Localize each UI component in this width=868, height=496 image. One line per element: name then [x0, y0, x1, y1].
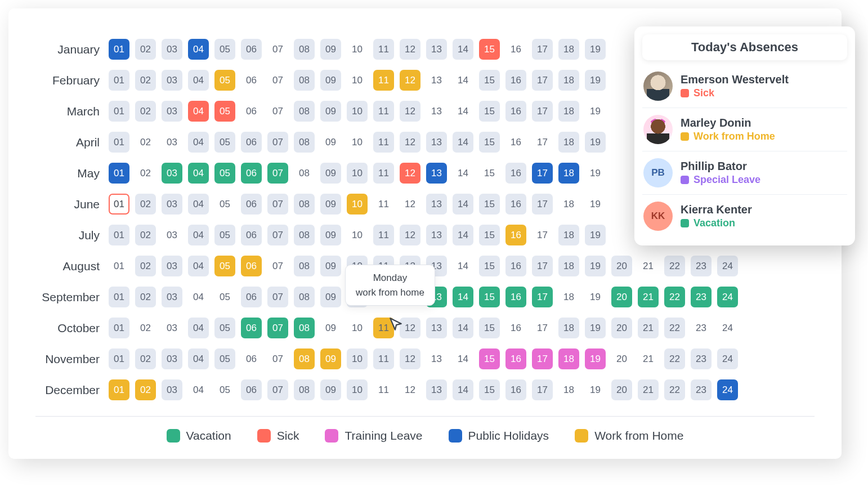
day-cell[interactable]: 18 — [558, 39, 579, 60]
day-cell[interactable]: 14 — [453, 318, 473, 338]
day-cell[interactable]: 03 — [162, 163, 182, 184]
day-cell[interactable]: 08 — [294, 318, 315, 338]
day-cell[interactable]: 08 — [294, 39, 315, 60]
day-cell[interactable]: 17 — [532, 70, 553, 91]
day-cell[interactable]: 04 — [188, 287, 209, 307]
day-cell[interactable]: 12 — [400, 379, 420, 400]
day-cell[interactable]: 09 — [320, 194, 341, 215]
absence-item[interactable]: Emerson WesterveltSick — [642, 65, 847, 108]
day-cell[interactable]: 01 — [109, 348, 129, 369]
day-cell[interactable]: 23 — [691, 287, 712, 307]
day-cell[interactable]: 05 — [214, 163, 235, 184]
day-cell[interactable]: 21 — [638, 379, 659, 400]
day-cell[interactable]: 06 — [241, 101, 262, 122]
day-cell[interactable]: 16 — [505, 101, 526, 122]
day-cell[interactable]: 03 — [162, 39, 182, 60]
day-cell[interactable]: 22 — [664, 348, 685, 369]
day-cell[interactable]: 21 — [638, 318, 659, 338]
day-cell[interactable]: 18 — [558, 348, 579, 369]
day-cell[interactable]: 07 — [267, 287, 288, 307]
day-cell[interactable]: 10 — [347, 256, 368, 276]
day-cell[interactable]: 14 — [453, 194, 473, 215]
day-cell[interactable]: 23 — [691, 256, 712, 276]
day-cell[interactable]: 02 — [135, 194, 156, 215]
day-cell[interactable]: 12 — [400, 256, 420, 276]
day-cell[interactable]: 10 — [347, 132, 368, 153]
day-cell[interactable]: 15 — [479, 70, 500, 91]
day-cell[interactable]: 16 — [505, 379, 526, 400]
day-cell[interactable]: 02 — [135, 70, 156, 91]
day-cell[interactable]: 16 — [505, 256, 526, 276]
day-cell[interactable]: 05 — [214, 70, 235, 91]
day-cell[interactable]: 16 — [505, 163, 526, 184]
day-cell[interactable]: 01 — [109, 379, 129, 400]
day-cell[interactable]: 17 — [532, 348, 553, 369]
day-cell[interactable]: 01 — [109, 225, 129, 245]
day-cell[interactable]: 03 — [162, 318, 182, 338]
day-cell[interactable]: 03 — [162, 379, 182, 400]
day-cell[interactable]: 02 — [135, 101, 156, 122]
day-cell[interactable]: 15 — [479, 256, 500, 276]
day-cell[interactable]: 19 — [585, 132, 606, 153]
day-cell[interactable]: 07 — [267, 132, 288, 153]
day-cell[interactable]: 05 — [214, 348, 235, 369]
day-cell[interactable]: 24 — [717, 256, 738, 276]
day-cell[interactable]: 20 — [611, 379, 632, 400]
day-cell[interactable]: 08 — [294, 225, 315, 245]
day-cell[interactable]: 18 — [558, 287, 579, 307]
day-cell[interactable]: 07 — [267, 101, 288, 122]
day-cell[interactable]: 08 — [294, 132, 315, 153]
day-cell[interactable]: 06 — [241, 379, 262, 400]
day-cell[interactable]: 09 — [320, 163, 341, 184]
day-cell[interactable]: 01 — [109, 70, 129, 91]
day-cell[interactable]: 24 — [717, 348, 738, 369]
day-cell[interactable]: 15 — [479, 287, 500, 307]
day-cell[interactable]: 19 — [585, 348, 606, 369]
day-cell[interactable]: 10 — [347, 379, 368, 400]
day-cell[interactable]: 05 — [214, 194, 235, 215]
day-cell[interactable]: 11 — [373, 379, 394, 400]
absence-item[interactable]: Marley DoninWork from Home — [642, 108, 847, 151]
day-cell[interactable]: 06 — [241, 225, 262, 245]
day-cell[interactable]: 03 — [162, 101, 182, 122]
day-cell[interactable]: 13 — [426, 348, 447, 369]
day-cell[interactable]: 02 — [135, 287, 156, 307]
day-cell[interactable]: 15 — [479, 39, 500, 60]
day-cell[interactable]: 18 — [558, 256, 579, 276]
day-cell[interactable]: 15 — [479, 225, 500, 245]
day-cell[interactable]: 05 — [214, 318, 235, 338]
day-cell[interactable]: 09 — [320, 39, 341, 60]
day-cell[interactable]: 02 — [135, 318, 156, 338]
day-cell[interactable]: 08 — [294, 70, 315, 91]
day-cell[interactable]: 15 — [479, 318, 500, 338]
day-cell[interactable]: 08 — [294, 348, 315, 369]
day-cell[interactable]: 18 — [558, 225, 579, 245]
day-cell[interactable]: 18 — [558, 70, 579, 91]
day-cell[interactable]: 13 — [426, 256, 447, 276]
day-cell[interactable]: 11 — [373, 163, 394, 184]
day-cell[interactable]: 11 — [373, 70, 394, 91]
day-cell[interactable]: 16 — [505, 70, 526, 91]
day-cell[interactable]: 18 — [558, 101, 579, 122]
day-cell[interactable]: 18 — [558, 379, 579, 400]
day-cell[interactable]: 01 — [109, 318, 129, 338]
day-cell[interactable]: 12 — [400, 348, 420, 369]
day-cell[interactable]: 22 — [664, 379, 685, 400]
day-cell[interactable]: 24 — [717, 318, 738, 338]
day-cell[interactable]: 21 — [638, 287, 659, 307]
day-cell[interactable]: 10 — [347, 318, 368, 338]
day-cell[interactable]: 19 — [585, 225, 606, 245]
day-cell[interactable]: 18 — [558, 163, 579, 184]
day-cell[interactable]: 20 — [611, 348, 632, 369]
day-cell[interactable]: 04 — [188, 318, 209, 338]
day-cell[interactable]: 13 — [426, 287, 447, 307]
day-cell[interactable]: 03 — [162, 225, 182, 245]
day-cell[interactable]: 02 — [135, 256, 156, 276]
day-cell[interactable]: 02 — [135, 132, 156, 153]
day-cell[interactable]: 06 — [241, 132, 262, 153]
day-cell[interactable]: 03 — [162, 348, 182, 369]
day-cell[interactable]: 06 — [241, 70, 262, 91]
day-cell[interactable]: 24 — [717, 287, 738, 307]
day-cell[interactable]: 12 — [400, 318, 420, 338]
day-cell[interactable]: 17 — [532, 256, 553, 276]
